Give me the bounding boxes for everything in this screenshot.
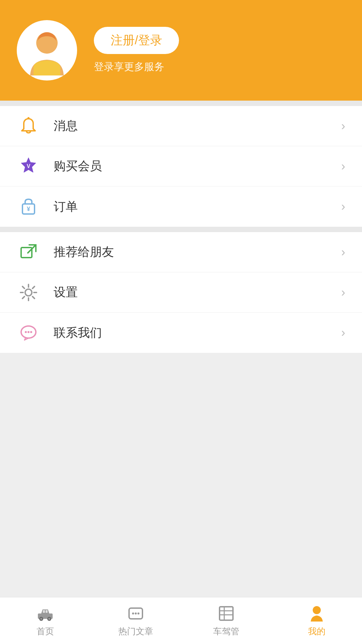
orders-label: 订单 — [54, 199, 341, 215]
nav-item-articles[interactable]: 热门文章 — [90, 597, 181, 644]
login-button[interactable]: 注册/登录 — [94, 27, 179, 54]
vip-icon: V — [17, 155, 40, 178]
contact-label: 联系我们 — [54, 325, 341, 341]
bottom-nav: 首页 热门文章 车驾管 — [0, 597, 362, 644]
menu-item-settings[interactable]: 设置 › — [0, 272, 362, 313]
svg-point-8 — [25, 289, 32, 296]
share-icon — [17, 240, 40, 264]
orders-arrow: › — [341, 200, 345, 214]
contact-arrow: › — [341, 326, 345, 340]
bell-icon — [17, 114, 40, 138]
nav-mine-label: 我的 — [308, 626, 325, 637]
articles-icon — [126, 604, 145, 623]
svg-point-30 — [135, 612, 137, 614]
nav-home-label: 首页 — [37, 626, 54, 637]
avatar — [17, 20, 77, 80]
svg-rect-6 — [21, 248, 32, 258]
profile-header: 注册/登录 登录享更多服务 — [0, 0, 362, 101]
svg-point-18 — [25, 331, 27, 333]
svg-point-27 — [48, 618, 50, 620]
svg-point-19 — [27, 331, 29, 333]
driving-icon — [217, 604, 236, 623]
svg-point-25 — [40, 618, 42, 620]
menu-group-1: 消息 › V 购买会员 › ¥ 订单 › — [0, 106, 362, 227]
svg-rect-22 — [43, 610, 45, 613]
svg-text:V: V — [27, 163, 31, 169]
order-icon: ¥ — [17, 195, 40, 218]
settings-icon — [17, 281, 40, 304]
recommend-arrow: › — [341, 245, 345, 259]
menu-item-vip[interactable]: V 购买会员 › — [0, 146, 362, 186]
messages-arrow: › — [341, 119, 345, 133]
recommend-label: 推荐给朋友 — [54, 244, 341, 260]
nav-item-driving[interactable]: 车驾管 — [181, 597, 272, 644]
section-divider-2 — [0, 227, 362, 232]
settings-label: 设置 — [54, 284, 341, 301]
svg-point-20 — [30, 331, 32, 333]
home-car-icon — [36, 604, 55, 623]
settings-arrow: › — [341, 285, 345, 300]
svg-point-1 — [27, 117, 29, 119]
nav-item-mine[interactable]: 我的 — [272, 597, 362, 644]
messages-label: 消息 — [54, 118, 341, 134]
menu-item-recommend[interactable]: 推荐给朋友 › — [0, 232, 362, 272]
menu-item-contact[interactable]: 联系我们 › — [0, 313, 362, 353]
menu-item-messages[interactable]: 消息 › — [0, 106, 362, 146]
svg-point-31 — [137, 612, 139, 614]
mine-icon — [307, 604, 326, 623]
svg-text:¥: ¥ — [27, 206, 30, 212]
header-info: 注册/登录 登录享更多服务 — [94, 27, 179, 74]
svg-line-13 — [22, 286, 24, 288]
menu-group-2: 推荐给朋友 › 设置 › — [0, 232, 362, 353]
contact-icon — [17, 321, 40, 344]
content-area — [0, 353, 362, 597]
vip-arrow: › — [341, 159, 345, 173]
login-subtitle: 登录享更多服务 — [94, 60, 179, 74]
svg-line-14 — [33, 297, 35, 299]
svg-line-15 — [33, 286, 35, 288]
menu-item-orders[interactable]: ¥ 订单 › — [0, 186, 362, 227]
section-divider-1 — [0, 101, 362, 106]
svg-rect-32 — [220, 607, 233, 620]
svg-rect-23 — [46, 610, 48, 613]
svg-line-16 — [22, 297, 24, 299]
nav-articles-label: 热门文章 — [118, 626, 153, 637]
svg-point-36 — [313, 606, 321, 614]
nav-driving-label: 车驾管 — [213, 626, 239, 637]
nav-item-home[interactable]: 首页 — [0, 597, 90, 644]
vip-label: 购买会员 — [54, 158, 341, 174]
svg-point-29 — [132, 612, 134, 614]
